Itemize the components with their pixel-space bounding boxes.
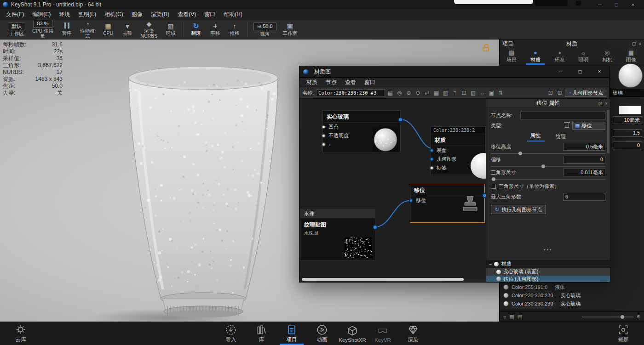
add-port[interactable] xyxy=(322,142,326,147)
tree-item-displace-geometry[interactable]: 移位 (几何图形) xyxy=(486,276,610,282)
displace-height-input[interactable]: 0.5毫米 xyxy=(563,143,605,151)
maximize-button[interactable]: □ xyxy=(608,0,625,9)
library-button[interactable]: 库 xyxy=(246,322,276,345)
offset-input[interactable]: 0 xyxy=(563,156,605,164)
displace-input-port[interactable] xyxy=(409,198,413,203)
delete-node-icon[interactable] xyxy=(565,123,569,128)
tab-lighting[interactable]: ☼ 照明 xyxy=(571,48,595,65)
graph-maximize-button[interactable]: □ xyxy=(570,66,590,78)
max-triangles-input[interactable]: 6 xyxy=(563,193,605,201)
node-displace[interactable]: 移位 移位 xyxy=(410,184,485,223)
geometry-node-button[interactable]: ◔ 几何图形节点 xyxy=(565,89,606,97)
panel-close-icon[interactable]: × xyxy=(638,41,641,46)
graph-close-button[interactable]: × xyxy=(590,66,609,78)
menu-render[interactable]: 渲染(R) xyxy=(147,9,174,19)
cpu-button[interactable]: ▦ CPU xyxy=(98,19,118,39)
fov-control[interactable]: ⊞50.0 视角 xyxy=(250,19,280,39)
workspace-preset-dropdown[interactable]: 默认 xyxy=(8,23,25,30)
texture-output-port[interactable] xyxy=(373,225,378,230)
dolly-button[interactable]: ↑ 推移 xyxy=(225,19,244,39)
graph-tool-icon[interactable]: ≡ xyxy=(451,90,459,96)
material-list-item[interactable]: Color:230:230:230实心玻璃 xyxy=(500,291,644,300)
grid-view-icon[interactable]: ▦ xyxy=(509,314,514,320)
graph-menu-node[interactable]: 节点 xyxy=(322,79,341,86)
material-name-field[interactable]: 玻璃 xyxy=(610,89,644,97)
tab-scene[interactable]: ▤ 场景 xyxy=(500,48,523,65)
props-scrollbar[interactable] xyxy=(607,110,610,153)
tumble-button[interactable]: ↻ 翻滚 xyxy=(186,19,206,39)
props-float-icon[interactable]: ⊡ xyxy=(598,101,602,106)
graph-minimize-button[interactable]: ─ xyxy=(551,66,570,78)
graph-menu-view[interactable]: 查看 xyxy=(341,79,360,86)
list-view-icon[interactable]: ≡ xyxy=(503,314,506,320)
execute-geometry-node-button[interactable]: ↻ 执行几何图形节点 xyxy=(491,205,546,214)
bump-port[interactable] xyxy=(322,125,326,129)
triangle-size-pixels-checkbox[interactable]: 三角形尺寸（单位为像素） xyxy=(486,180,610,191)
graph-tool-icon[interactable]: ▣ xyxy=(488,90,495,96)
menu-help[interactable]: 帮助(H) xyxy=(219,9,247,19)
tree-item-glass-surface[interactable]: 实心玻璃 (表面) xyxy=(486,268,610,276)
node-solid-glass[interactable]: 实心玻璃 凹凸 不透明度 + xyxy=(322,110,401,153)
pause-button[interactable]: 暂停 xyxy=(57,19,76,39)
menu-view[interactable]: 查看(V) xyxy=(173,9,200,19)
graph-tool-icon[interactable]: ⊟ xyxy=(460,90,468,96)
panel-resize-dots[interactable]: ••• xyxy=(486,247,610,252)
keyshotxr-button[interactable]: KeyShotXR xyxy=(337,322,368,345)
project-button[interactable]: 项目 xyxy=(276,322,307,345)
tab-texture[interactable]: 纹理 xyxy=(552,132,570,141)
graph-menu-window[interactable]: 窗口 xyxy=(360,79,380,86)
material-value-field[interactable]: 0 xyxy=(613,141,642,149)
label-port[interactable] xyxy=(430,166,434,170)
pan-button[interactable]: + 平移 xyxy=(206,19,225,39)
glass-output-port[interactable] xyxy=(398,117,403,122)
graph-tool-icon[interactable]: ▥ xyxy=(442,90,449,96)
material-list-item[interactable]: Color:255:191:0液体 xyxy=(500,283,644,291)
graph-tool-icon[interactable]: ↔ xyxy=(478,90,486,96)
graph-tool-icon[interactable]: ⊕ xyxy=(405,90,413,96)
cpu-usage-dropdown[interactable]: 83 % xyxy=(33,20,52,28)
camera-lock-icon[interactable] xyxy=(483,47,489,51)
graph-tool-icon[interactable]: ⊙ xyxy=(414,90,422,96)
render-button[interactable]: 渲染 xyxy=(398,322,428,345)
graph-tool-icon[interactable]: ◎ xyxy=(396,90,403,96)
region-button[interactable]: ▧ 区域 xyxy=(161,19,180,39)
render-nurbs-button[interactable]: ◆ 渲染NURBS xyxy=(137,19,161,39)
animation-button[interactable]: 动画 xyxy=(307,322,337,345)
tab-environment[interactable]: ◑ 环境 xyxy=(547,48,571,65)
fov-value-box[interactable]: ⊞50.0 xyxy=(253,23,276,30)
material-name-input[interactable]: Color:230:230:230 #3 xyxy=(316,89,385,97)
cpu-usage[interactable]: 83 % CPU 使用量 xyxy=(29,19,57,39)
denoise-button[interactable]: ▼ 去噪 xyxy=(118,19,137,39)
menu-window[interactable]: 窗口 xyxy=(200,9,219,19)
graph-layout-icon[interactable]: ⊡ xyxy=(546,90,554,96)
tree-root-row[interactable]: − 材质 xyxy=(486,260,610,268)
menu-image[interactable]: 图像 xyxy=(127,9,147,19)
opacity-port[interactable] xyxy=(322,134,326,138)
graph-menu-material[interactable]: 材质 xyxy=(302,79,322,86)
slider-handle[interactable] xyxy=(621,315,624,319)
tab-material[interactable]: ● 材质 xyxy=(523,48,547,65)
tab-properties[interactable]: 属性 xyxy=(527,131,545,141)
triangle-size-input[interactable]: 0.011毫米 xyxy=(563,169,605,176)
menu-edit[interactable]: 编辑(E) xyxy=(28,9,55,19)
material-value-field[interactable]: 10毫米 xyxy=(613,116,642,124)
keyvr-button[interactable]: KeyVR xyxy=(368,322,398,345)
surface-port[interactable] xyxy=(430,148,434,153)
graph-titlebar[interactable]: 材质图 ─ □ × xyxy=(299,66,609,78)
close-button[interactable]: × xyxy=(625,0,641,9)
graph-tool-icon[interactable]: ⇅ xyxy=(497,90,505,96)
screenshot-button[interactable]: 截屏 xyxy=(608,322,638,345)
checkbox-box[interactable] xyxy=(491,184,496,189)
panel-float-icon[interactable]: ⊡ xyxy=(632,41,636,46)
graph-tool-icon[interactable]: ⇄ xyxy=(423,90,431,96)
tree-expander-icon[interactable]: − xyxy=(489,261,492,267)
graph-tool-icon[interactable]: ▦ xyxy=(432,90,440,96)
displace-output-port[interactable] xyxy=(482,193,486,198)
node-graph-canvas[interactable]: 实心玻璃 凹凸 不透明度 + xyxy=(299,99,486,282)
material-preview-sphere[interactable] xyxy=(618,63,643,88)
node-name-input[interactable] xyxy=(520,112,605,119)
graph-grid-icon[interactable]: ⊞ xyxy=(556,90,564,96)
thumbnail-size-slider[interactable] xyxy=(582,317,633,317)
offset-slider[interactable] xyxy=(491,166,605,167)
workspace-preset[interactable]: 默认 工作区 xyxy=(5,19,29,39)
